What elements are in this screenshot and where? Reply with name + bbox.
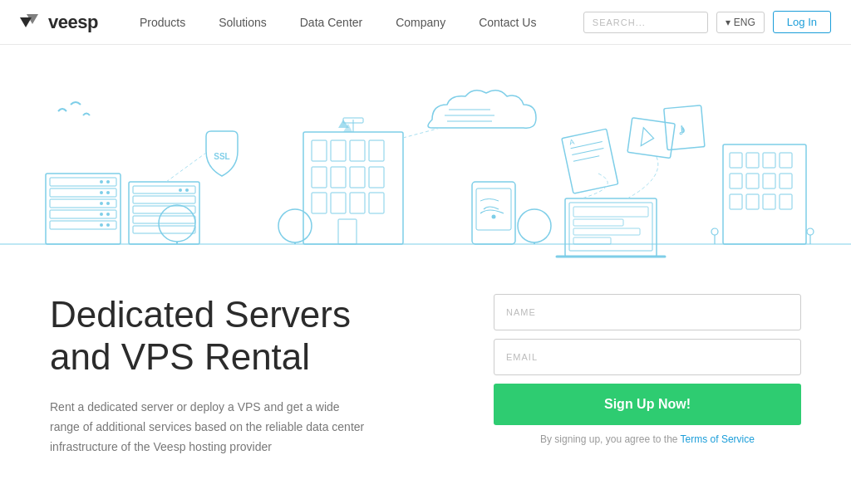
veesp-logo-icon (20, 14, 43, 31)
svg-rect-77 (763, 153, 775, 168)
nav-products[interactable]: Products (123, 0, 202, 45)
svg-line-67 (572, 148, 603, 154)
svg-point-55 (492, 215, 496, 219)
svg-point-15 (106, 213, 110, 216)
svg-point-10 (100, 180, 103, 183)
svg-line-68 (573, 156, 599, 162)
name-input[interactable] (494, 294, 801, 330)
svg-rect-36 (312, 167, 327, 188)
svg-rect-54 (476, 188, 511, 230)
svg-rect-78 (780, 153, 792, 168)
svg-rect-37 (331, 167, 346, 188)
svg-rect-85 (763, 194, 775, 209)
svg-rect-79 (730, 174, 742, 188)
svg-rect-70 (627, 118, 675, 159)
nav-solutions[interactable]: Solutions (202, 0, 283, 45)
svg-rect-61 (573, 207, 648, 217)
svg-rect-76 (746, 153, 759, 168)
chevron-down-icon: ▾ (726, 17, 730, 28)
terms-of-service-link[interactable]: Terms of Service (681, 433, 755, 445)
left-section: Dedicated Servers and VPS Rental Rent a … (50, 294, 444, 458)
svg-point-17 (106, 223, 110, 227)
logo-text: veesp (48, 12, 98, 33)
nav-company[interactable]: Company (379, 0, 462, 45)
hero-illustration: SSL (0, 45, 851, 261)
svg-point-18 (100, 223, 103, 227)
svg-rect-63 (573, 228, 640, 235)
svg-line-28 (166, 153, 206, 182)
signup-form-section: Sign Up Now! By signing up, you agree to… (494, 294, 801, 445)
svg-line-52 (403, 128, 440, 138)
svg-rect-41 (331, 193, 346, 213)
svg-rect-42 (350, 193, 365, 213)
svg-rect-40 (312, 193, 327, 213)
svg-rect-75 (730, 153, 742, 168)
svg-point-87 (711, 228, 718, 235)
svg-rect-80 (746, 174, 759, 188)
hero-title: Dedicated Servers and VPS Rental (50, 294, 444, 378)
search-input[interactable] (583, 12, 708, 33)
svg-point-13 (106, 202, 110, 205)
svg-text:A: A (568, 138, 575, 147)
svg-marker-71 (641, 128, 655, 148)
svg-point-9 (106, 180, 110, 183)
svg-rect-33 (331, 140, 346, 161)
svg-rect-86 (780, 194, 792, 209)
svg-rect-62 (573, 219, 623, 226)
language-selector[interactable]: ▾ ENG (716, 12, 765, 33)
svg-text:♪: ♪ (677, 121, 686, 139)
svg-rect-35 (369, 140, 384, 161)
svg-rect-3 (46, 174, 121, 244)
main-nav: Products Solutions Data Center Company C… (123, 0, 583, 45)
svg-rect-38 (350, 167, 365, 188)
svg-point-26 (179, 188, 182, 192)
svg-rect-58 (565, 198, 657, 257)
login-button[interactable]: Log In (773, 11, 831, 33)
svg-rect-83 (730, 194, 742, 209)
svg-rect-81 (763, 174, 775, 188)
svg-point-14 (100, 202, 103, 205)
svg-rect-64 (573, 237, 611, 244)
main-content: Dedicated Servers and VPS Rental Rent a … (0, 261, 851, 491)
svg-rect-21 (133, 196, 195, 203)
svg-point-16 (100, 213, 103, 216)
svg-line-66 (571, 142, 603, 149)
svg-point-56 (518, 209, 551, 242)
svg-point-47 (278, 209, 312, 242)
signup-button[interactable]: Sign Up Now! (494, 384, 801, 425)
svg-rect-23 (133, 216, 195, 223)
svg-rect-82 (780, 174, 792, 188)
terms-text: By signing up, you agree to the Terms of… (494, 433, 801, 445)
svg-rect-24 (133, 226, 195, 233)
svg-point-12 (100, 191, 103, 194)
svg-rect-32 (312, 140, 327, 161)
svg-rect-34 (350, 140, 365, 161)
lang-label: ENG (734, 17, 755, 28)
hero-description: Rent a dedicated server or deploy a VPS … (50, 398, 366, 457)
logo[interactable]: veesp (20, 12, 98, 33)
svg-rect-84 (746, 194, 759, 209)
svg-rect-53 (472, 182, 515, 244)
email-input[interactable] (494, 339, 801, 375)
header-right: ▾ ENG Log In (583, 11, 831, 33)
illustration-svg: SSL (0, 45, 851, 261)
svg-rect-43 (369, 193, 384, 213)
svg-rect-39 (369, 167, 384, 188)
nav-datacenter[interactable]: Data Center (283, 0, 379, 45)
svg-rect-44 (338, 219, 357, 244)
svg-text:SSL: SSL (214, 152, 229, 161)
svg-point-11 (106, 191, 110, 194)
nav-contact[interactable]: Contact Us (462, 0, 553, 45)
svg-point-25 (185, 188, 189, 192)
svg-point-89 (807, 228, 814, 235)
